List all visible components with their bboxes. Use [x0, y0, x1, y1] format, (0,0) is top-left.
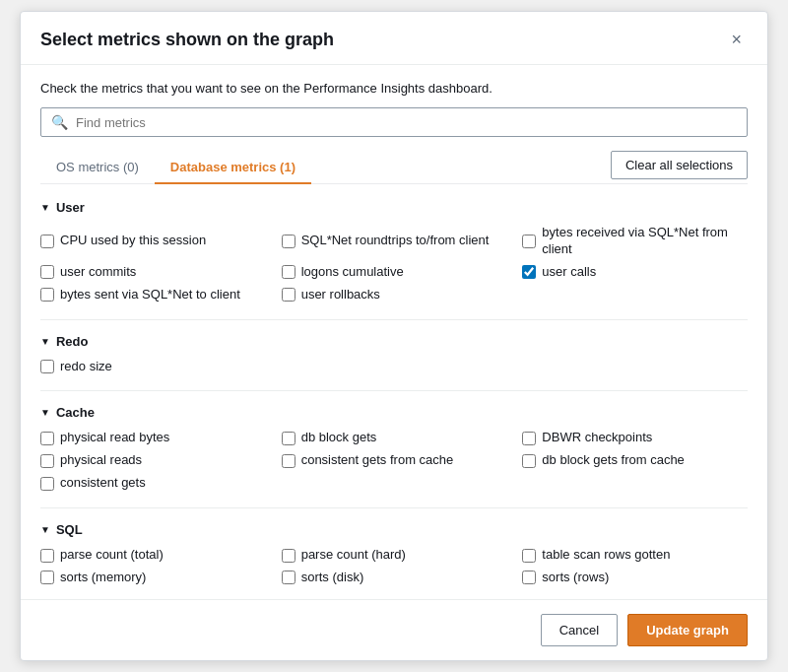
metric-item-logons_cumulative: logons cumulative [282, 264, 507, 281]
metric-item-table_scan_rows: table scan rows gotten [522, 547, 748, 564]
section-title-cache: Cache [56, 405, 95, 420]
checkbox-bytes_received[interactable] [522, 235, 536, 248]
metric-item-bytes_received: bytes received via SQL*Net from client [522, 225, 748, 258]
checkbox-user_commits[interactable] [40, 265, 54, 279]
checkbox-bytes_sent[interactable] [40, 288, 54, 302]
dialog-title: Select metrics shown on the graph [40, 30, 334, 50]
label-logons_cumulative[interactable]: logons cumulative [301, 264, 404, 281]
section-title-redo: Redo [56, 334, 89, 349]
section-arrow-user: ▼ [40, 202, 50, 213]
divider-cache [40, 507, 748, 508]
section-user: ▼UserCPU used by this sessionSQL*Net rou… [40, 200, 748, 303]
label-bytes_sent[interactable]: bytes sent via SQL*Net to client [60, 287, 240, 303]
checkbox-physical_read_bytes[interactable] [40, 432, 54, 445]
dialog-header: Select metrics shown on the graph × [21, 12, 767, 65]
section-arrow-redo: ▼ [40, 336, 50, 347]
metrics-grid-user: CPU used by this sessionSQL*Net roundtri… [40, 225, 748, 303]
checkbox-sorts_rows[interactable] [522, 571, 536, 584]
label-sqlnet_roundtrips[interactable]: SQL*Net roundtrips to/from client [301, 233, 490, 249]
metric-item-consistent_gets: consistent gets [40, 475, 266, 492]
metric-item-consistent_gets_cache: consistent gets from cache [282, 452, 507, 469]
close-button[interactable]: × [725, 28, 748, 52]
divider-redo [40, 390, 748, 391]
checkbox-sqlnet_roundtrips[interactable] [282, 235, 296, 248]
clear-all-button[interactable]: Clear all selections [611, 151, 748, 179]
tab-database[interactable]: Database metrics (1) [155, 152, 311, 184]
label-sorts_memory[interactable]: sorts (memory) [60, 570, 146, 586]
metric-item-cpu_session: CPU used by this session [40, 225, 266, 258]
section-cache: ▼Cachephysical read bytesdb block getsDB… [40, 405, 748, 492]
tabs: OS metrics (0) Database metrics (1) [40, 152, 311, 183]
checkbox-sorts_memory[interactable] [40, 571, 54, 584]
metric-item-bytes_sent: bytes sent via SQL*Net to client [40, 287, 266, 303]
search-icon: 🔍 [51, 114, 68, 130]
label-parse_count_total[interactable]: parse count (total) [60, 547, 164, 564]
label-sorts_disk[interactable]: sorts (disk) [301, 570, 364, 586]
metrics-grid-redo: redo size [40, 359, 748, 375]
dialog-footer: Cancel Update graph [21, 599, 767, 660]
label-physical_reads[interactable]: physical reads [60, 452, 142, 469]
label-cpu_session[interactable]: CPU used by this session [60, 233, 206, 249]
checkbox-user_rollbacks[interactable] [282, 288, 296, 302]
metric-item-redo_size: redo size [40, 359, 266, 375]
checkbox-logons_cumulative[interactable] [282, 265, 296, 279]
checkbox-db_block_gets_cache[interactable] [522, 454, 536, 468]
metric-item-sorts_rows: sorts (rows) [522, 570, 748, 586]
sections-container: ▼UserCPU used by this sessionSQL*Net rou… [40, 200, 748, 599]
section-sql: ▼SQLparse count (total)parse count (hard… [40, 522, 748, 586]
dialog: Select metrics shown on the graph × Chec… [20, 11, 768, 661]
metric-item-dbwr_checkpoints: DBWR checkpoints [522, 430, 748, 446]
checkbox-consistent_gets[interactable] [40, 477, 54, 491]
label-user_calls[interactable]: user calls [542, 264, 596, 281]
update-graph-button[interactable]: Update graph [627, 614, 748, 646]
label-sorts_rows[interactable]: sorts (rows) [542, 570, 609, 586]
tab-os[interactable]: OS metrics (0) [40, 152, 155, 184]
metric-item-user_calls: user calls [522, 264, 748, 281]
metric-item-sorts_disk: sorts (disk) [282, 570, 507, 586]
tabs-row: OS metrics (0) Database metrics (1) Clea… [40, 151, 748, 184]
dialog-overlay: Select metrics shown on the graph × Chec… [0, 0, 788, 672]
checkbox-table_scan_rows[interactable] [522, 549, 536, 563]
checkbox-cpu_session[interactable] [40, 235, 54, 248]
metric-item-user_rollbacks: user rollbacks [282, 287, 507, 303]
section-header-sql[interactable]: ▼SQL [40, 522, 748, 537]
checkbox-parse_count_total[interactable] [40, 549, 54, 563]
dialog-body: Check the metrics that you want to see o… [21, 65, 767, 599]
label-parse_count_hard[interactable]: parse count (hard) [301, 547, 406, 564]
checkbox-consistent_gets_cache[interactable] [282, 454, 296, 468]
label-db_block_gets_cache[interactable]: db block gets from cache [542, 452, 685, 469]
label-db_block_gets[interactable]: db block gets [301, 430, 377, 446]
metric-item-db_block_gets: db block gets [282, 430, 507, 446]
search-input[interactable] [76, 115, 737, 130]
label-user_rollbacks[interactable]: user rollbacks [301, 287, 380, 303]
checkbox-user_calls[interactable] [522, 265, 536, 279]
metric-item-db_block_gets_cache: db block gets from cache [522, 452, 748, 469]
metric-item-sorts_memory: sorts (memory) [40, 570, 266, 586]
label-consistent_gets[interactable]: consistent gets [60, 475, 146, 492]
section-header-user[interactable]: ▼User [40, 200, 748, 215]
label-bytes_received[interactable]: bytes received via SQL*Net from client [542, 225, 748, 258]
label-redo_size[interactable]: redo size [60, 359, 112, 375]
label-physical_read_bytes[interactable]: physical read bytes [60, 430, 169, 446]
metric-item-parse_count_hard: parse count (hard) [282, 547, 507, 564]
label-consistent_gets_cache[interactable]: consistent gets from cache [301, 452, 454, 469]
section-arrow-cache: ▼ [40, 407, 50, 418]
label-table_scan_rows[interactable]: table scan rows gotten [542, 547, 670, 564]
metric-item-physical_read_bytes: physical read bytes [40, 430, 266, 446]
checkbox-db_block_gets[interactable] [282, 432, 296, 445]
checkbox-parse_count_hard[interactable] [282, 549, 296, 563]
label-dbwr_checkpoints[interactable]: DBWR checkpoints [542, 430, 652, 446]
section-title-sql: SQL [56, 522, 83, 537]
cancel-button[interactable]: Cancel [541, 614, 618, 646]
section-header-redo[interactable]: ▼Redo [40, 334, 748, 349]
metrics-grid-cache: physical read bytesdb block getsDBWR che… [40, 430, 748, 492]
checkbox-physical_reads[interactable] [40, 454, 54, 468]
metric-item-user_commits: user commits [40, 264, 266, 281]
section-header-cache[interactable]: ▼Cache [40, 405, 748, 420]
section-redo: ▼Redoredo size [40, 334, 748, 375]
checkbox-sorts_disk[interactable] [282, 571, 296, 584]
checkbox-redo_size[interactable] [40, 360, 54, 373]
section-arrow-sql: ▼ [40, 524, 50, 535]
checkbox-dbwr_checkpoints[interactable] [522, 432, 536, 445]
label-user_commits[interactable]: user commits [60, 264, 136, 281]
